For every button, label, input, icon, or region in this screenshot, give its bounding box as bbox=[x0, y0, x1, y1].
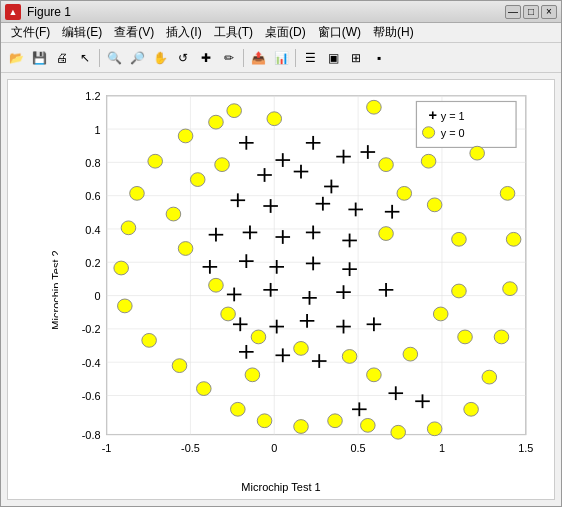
svg-text:1: 1 bbox=[94, 124, 100, 136]
svg-point-66 bbox=[178, 129, 193, 143]
svg-point-53 bbox=[361, 418, 376, 432]
toolbar-zoom-out[interactable]: 🔎 bbox=[126, 47, 148, 69]
toolbar-pan[interactable]: ✋ bbox=[149, 47, 171, 69]
svg-text:-0.4: -0.4 bbox=[82, 357, 101, 369]
svg-point-81 bbox=[397, 186, 412, 200]
title-bar: ▲ Figure 1 — □ × bbox=[1, 1, 561, 23]
svg-text:-0.2: -0.2 bbox=[82, 324, 101, 336]
toolbar-export[interactable]: 📤 bbox=[247, 47, 269, 69]
svg-point-84 bbox=[452, 284, 467, 298]
menu-insert[interactable]: 插入(I) bbox=[160, 23, 207, 43]
maximize-button[interactable]: □ bbox=[523, 5, 539, 19]
svg-point-51 bbox=[427, 422, 442, 436]
menu-desktop[interactable]: 桌面(D) bbox=[259, 23, 312, 43]
svg-text:-0.8: -0.8 bbox=[82, 429, 101, 441]
svg-point-41 bbox=[267, 112, 282, 126]
toolbar-fig1[interactable]: 📊 bbox=[270, 47, 292, 69]
svg-point-43 bbox=[421, 154, 436, 168]
svg-point-49 bbox=[482, 370, 497, 384]
svg-point-40 bbox=[227, 104, 242, 118]
toolbar-rotate[interactable]: ↺ bbox=[172, 47, 194, 69]
toolbar-brush[interactable]: ✏ bbox=[218, 47, 240, 69]
toolbar-print[interactable]: 🖨 bbox=[51, 47, 73, 69]
svg-point-56 bbox=[257, 414, 272, 428]
menu-bar: 文件(F) 编辑(E) 查看(V) 插入(I) 工具(T) 桌面(D) 窗口(W… bbox=[1, 23, 561, 43]
figure-background: Microchip Test 2 Microchip Test 1 .grid-… bbox=[7, 79, 555, 500]
toolbar-new[interactable]: 📂 bbox=[5, 47, 27, 69]
minimize-button[interactable]: — bbox=[505, 5, 521, 19]
menu-tools[interactable]: 工具(T) bbox=[208, 23, 259, 43]
svg-point-46 bbox=[506, 232, 521, 246]
svg-point-47 bbox=[503, 282, 518, 296]
svg-text:0.5: 0.5 bbox=[351, 442, 366, 454]
plot-area: Microchip Test 2 Microchip Test 1 .grid-… bbox=[1, 73, 561, 506]
svg-point-61 bbox=[118, 299, 133, 313]
svg-point-87 bbox=[379, 227, 394, 241]
svg-text:0: 0 bbox=[271, 442, 277, 454]
svg-text:1.5: 1.5 bbox=[518, 442, 533, 454]
svg-text:y = 1: y = 1 bbox=[441, 110, 465, 122]
menu-file[interactable]: 文件(F) bbox=[5, 23, 56, 43]
svg-point-71 bbox=[209, 278, 224, 292]
svg-point-70 bbox=[245, 368, 260, 382]
toolbar-datacursor[interactable]: ✚ bbox=[195, 47, 217, 69]
svg-point-85 bbox=[433, 307, 448, 321]
svg-point-67 bbox=[209, 115, 224, 129]
svg-point-44 bbox=[470, 146, 485, 160]
toolbar-save[interactable]: 💾 bbox=[28, 47, 50, 69]
axes: .grid-line { stroke: #e0e0e0; stroke-wid… bbox=[58, 90, 544, 469]
svg-point-69 bbox=[221, 307, 236, 321]
svg-point-58 bbox=[197, 382, 212, 396]
svg-point-77 bbox=[166, 207, 181, 221]
svg-point-79 bbox=[215, 158, 230, 172]
toolbar-sep-3 bbox=[295, 49, 296, 67]
svg-point-74 bbox=[367, 368, 382, 382]
svg-text:0: 0 bbox=[94, 290, 100, 302]
svg-point-80 bbox=[379, 158, 394, 172]
svg-point-75 bbox=[403, 347, 418, 361]
toolbar-layout2[interactable]: ▣ bbox=[322, 47, 344, 69]
toolbar-zoom-in[interactable]: 🔍 bbox=[103, 47, 125, 69]
main-window: ▲ Figure 1 — □ × 文件(F) 编辑(E) 查看(V) 插入(I)… bbox=[0, 0, 562, 507]
svg-text:-0.6: -0.6 bbox=[82, 390, 101, 402]
toolbar: 📂 💾 🖨 ↖ 🔍 🔎 ✋ ↺ ✚ ✏ 📤 📊 ☰ ▣ ⊞ ▪ bbox=[1, 43, 561, 73]
svg-point-38 bbox=[423, 127, 435, 138]
app-icon: ▲ bbox=[5, 4, 21, 20]
close-button[interactable]: × bbox=[541, 5, 557, 19]
svg-point-63 bbox=[121, 221, 136, 235]
toolbar-select[interactable]: ↖ bbox=[74, 47, 96, 69]
svg-point-55 bbox=[294, 420, 309, 434]
menu-view[interactable]: 查看(V) bbox=[108, 23, 160, 43]
svg-point-50 bbox=[464, 402, 479, 416]
svg-text:y = 0: y = 0 bbox=[441, 127, 465, 139]
svg-text:1.2: 1.2 bbox=[85, 91, 100, 103]
toolbar-layout4[interactable]: ▪ bbox=[368, 47, 390, 69]
toolbar-sep-2 bbox=[243, 49, 244, 67]
svg-point-48 bbox=[494, 330, 509, 344]
svg-text:0.4: 0.4 bbox=[85, 224, 100, 236]
svg-point-59 bbox=[172, 359, 187, 373]
svg-point-42 bbox=[367, 100, 382, 114]
title-buttons: — □ × bbox=[505, 5, 557, 19]
svg-point-57 bbox=[231, 402, 246, 416]
svg-point-52 bbox=[391, 425, 406, 439]
svg-text:0.2: 0.2 bbox=[85, 257, 100, 269]
svg-point-65 bbox=[148, 154, 163, 168]
svg-text:-1: -1 bbox=[102, 442, 112, 454]
scatter-svg: .grid-line { stroke: #e0e0e0; stroke-wid… bbox=[58, 90, 544, 469]
svg-point-54 bbox=[328, 414, 343, 428]
menu-window[interactable]: 窗口(W) bbox=[312, 23, 367, 43]
svg-text:+: + bbox=[429, 107, 438, 123]
svg-text:0.6: 0.6 bbox=[85, 191, 100, 203]
x-axis-label: Microchip Test 1 bbox=[241, 481, 320, 493]
svg-point-86 bbox=[458, 330, 473, 344]
svg-point-60 bbox=[142, 333, 157, 347]
svg-text:-0.5: -0.5 bbox=[181, 442, 200, 454]
title-left: ▲ Figure 1 bbox=[5, 4, 71, 20]
toolbar-layout1[interactable]: ☰ bbox=[299, 47, 321, 69]
svg-point-83 bbox=[452, 232, 467, 246]
toolbar-layout3[interactable]: ⊞ bbox=[345, 47, 367, 69]
menu-edit[interactable]: 编辑(E) bbox=[56, 23, 108, 43]
menu-help[interactable]: 帮助(H) bbox=[367, 23, 420, 43]
svg-point-64 bbox=[130, 186, 145, 200]
